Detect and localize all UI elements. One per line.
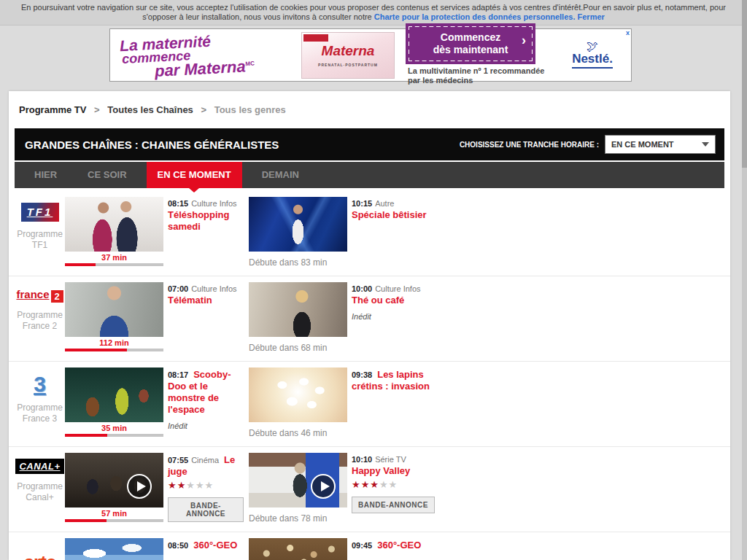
channel-caption[interactable]: ProgrammeCanal+ [15,481,65,503]
elapsed-time: 37 min [65,253,163,262]
tf1-logo[interactable]: TF1 [21,203,59,222]
channel-row-france2: france2 ProgrammeFrance 2 112 min 07:00C… [9,276,730,362]
program-now: 112 min 07:00Culture Infos Télématin [65,282,249,361]
breadcrumb: Programme TV > Toutes les Chaînes > Tous… [9,91,730,128]
program-time: 07:55 [168,456,188,464]
program-thumbnail[interactable] [65,197,163,252]
program-next: Débute dans 68 min 10:00Culture Infos Th… [249,282,730,361]
scrollbar-thumb[interactable] [742,0,747,168]
program-thumbnail[interactable] [65,453,163,508]
france3-logo[interactable]: 3 [34,372,46,396]
program-time: 08:17 [168,370,188,379]
breadcrumb-channels[interactable]: Toutes les Chaînes [107,104,193,115]
starts-in: Débute dans 46 min [249,428,347,438]
starts-in: Débute dans 78 min [249,513,347,524]
ad-banner[interactable]: x La maternité commence par MaternaMC Ma… [109,28,632,82]
breadcrumb-genres[interactable]: Tous les genres [214,104,286,115]
trailer-button[interactable]: BANDE-ANNONCE [168,497,244,522]
program-next: Débute dans 46 min 09:38 Les lapins crét… [249,368,730,446]
breadcrumb-separator: > [201,104,206,115]
trailer-button[interactable]: BANDE-ANNONCE [352,497,435,513]
ad-product-name: Materna [302,43,394,59]
timeslot-select[interactable]: EN CE MOMENT [605,135,716,154]
program-thumbnail[interactable] [65,538,163,560]
program-title[interactable]: 360°-GEO [193,540,237,551]
program-time: 07:00 [168,284,188,293]
program-thumbnail[interactable] [249,453,347,508]
program-thumbnail[interactable] [65,368,163,422]
tab-hier[interactable]: HIER [23,162,68,188]
program-thumbnail[interactable] [249,197,347,252]
starts-in: Débute dans 68 min [249,343,347,353]
breadcrumb-separator: > [94,104,100,115]
cookie-banner: En poursuivant votre navigation sur ce s… [0,0,747,26]
channel-row-canalplus: CANAL+ ProgrammeCanal+ 57 min 07:55Ciném… [9,447,730,532]
program-now: 08:50 360°-GEO [65,538,249,560]
program-title[interactable]: 360°-GEO [377,540,421,551]
program-category: Autre [375,199,394,208]
program-title[interactable]: Happy Valley [352,465,410,476]
program-time: 10:00 [352,284,372,293]
chevron-down-icon [702,142,709,147]
progress-bar [65,349,163,351]
program-category: Culture Infos [191,284,236,293]
scrollbar[interactable] [742,0,747,560]
program-thumbnail[interactable] [249,282,347,337]
breadcrumb-home[interactable]: Programme TV [19,104,86,115]
main-content: Programme TV > Toutes les Chaînes > Tous… [9,91,730,560]
ad-cta-button[interactable]: Commencezdès maintenant › [408,26,533,62]
starts-in: Débute dans 83 min [249,257,347,268]
program-time: 10:15 [352,199,372,208]
program-category: Culture Infos [375,284,420,293]
channel-row-tf1: TF1 ProgrammeTF1 37 min 08:15Culture Inf… [9,191,730,276]
tab-ce-soir[interactable]: CE SOIR [77,162,137,188]
ad-product-subtitle: PRENATAL·POSTPARTUM [302,63,394,67]
star-rating: ★★★★★ [352,479,438,490]
ad-product-flag [303,34,328,42]
play-icon[interactable] [127,474,152,499]
program-time: 08:15 [168,199,188,208]
elapsed-time: 57 min [65,509,163,518]
canalplus-logo[interactable]: CANAL+ [15,459,63,474]
program-category: Culture Infos [191,199,236,208]
cookie-fermer-link[interactable]: Fermer [578,12,605,21]
program-now: 57 min 07:55Cinéma Le juge ★★★★★ BANDE-A… [65,453,249,532]
elapsed-time: 112 min [65,338,163,347]
section-header: GRANDES CHAÎNES : CHAINES GÉNÉRALISTES C… [15,128,724,160]
progress-bar [65,434,163,437]
program-time: 10:10 [352,455,372,464]
program-title[interactable]: Téléshopping samedi [168,209,230,232]
nestle-logo: 🕊 Nestlé. [554,42,631,69]
nestle-nest-icon: 🕊 [554,42,631,52]
channel-row-france3: 3 ProgrammeFrance 3 35 min 08:17 Scooby-… [9,362,730,447]
ad-tagline: La maternité commence par MaternaMC [109,30,303,81]
program-category: Série TV [375,455,406,464]
program-title[interactable]: Thé ou café [352,295,404,306]
play-icon[interactable] [311,474,336,499]
program-title[interactable]: Spéciale bêtisier [352,209,427,220]
program-thumbnail[interactable] [249,538,347,560]
program-title[interactable]: Télématin [168,295,212,306]
france2-logo[interactable]: france2 [16,288,63,300]
ad-product-box: Materna PRENATAL·POSTPARTUM [301,32,395,79]
ad-claim: La multivitamine nº 1 recommandéepar les… [408,66,554,85]
program-thumbnail[interactable] [249,368,347,422]
section-title: GRANDES CHAÎNES : CHAINES GÉNÉRALISTES [25,139,460,151]
program-time: 09:38 [352,370,372,379]
program-time: 08:50 [168,541,188,550]
program-now: 35 min 08:17 Scooby-Doo et le monstre de… [65,368,249,446]
arte-logo[interactable]: arte [24,551,56,560]
ad-close-icon[interactable]: x [626,30,630,36]
cookie-charte-link[interactable]: Charte pour la protection des données pe… [374,12,576,21]
tab-en-ce-moment[interactable]: EN CE MOMENT [147,162,242,188]
star-rating: ★★★★★ [168,480,244,491]
ad-cta-arrow-icon: › [522,34,526,47]
channel-caption[interactable]: ProgrammeTF1 [15,229,65,251]
channel-caption[interactable]: ProgrammeFrance 3 [15,402,65,424]
channel-caption[interactable]: ProgrammeFrance 2 [15,310,65,332]
tab-demain[interactable]: DEMAIN [251,162,310,188]
timeslot-label: CHOISISSEZ UNE TRANCHE HORAIRE : [460,141,599,149]
program-thumbnail[interactable] [65,282,163,337]
elapsed-time: 35 min [65,424,163,432]
program-next: Débute dans 83 min 10:15Autre Spéciale b… [249,197,730,276]
